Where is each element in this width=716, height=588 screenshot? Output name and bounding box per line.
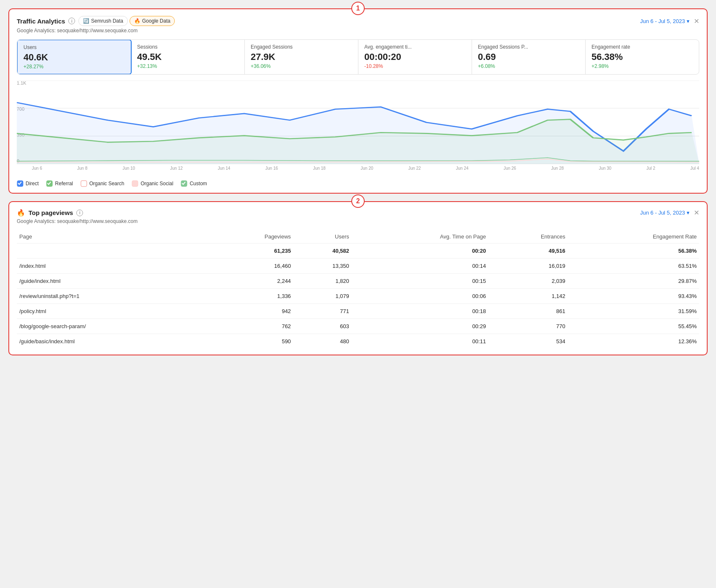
- totals-pageviews: 61,235: [209, 243, 293, 259]
- row1-pageviews: 2,244: [209, 274, 293, 289]
- row1-page: /guide/index.html: [17, 274, 209, 289]
- x-label-0: Jun 6: [32, 166, 42, 171]
- traffic-analytics-widget: 1 Traffic Analytics i 🔄 Semrush Data 🔥 G…: [8, 8, 708, 194]
- metric-engaged-sessions[interactable]: Engaged Sessions 27.9K +36.06%: [245, 40, 358, 74]
- row3-page: /policy.html: [17, 304, 209, 319]
- widget1-title: Traffic Analytics: [17, 18, 65, 25]
- row1-avg-time: 00:15: [352, 274, 488, 289]
- organic-social-checkbox-icon: [132, 180, 138, 187]
- row5-pageviews: 590: [209, 334, 293, 349]
- metric-avg-engagement-change: -10.28%: [364, 63, 466, 69]
- row2-engagement-rate: 93.43%: [568, 289, 699, 304]
- direct-checkbox-icon: [17, 180, 23, 187]
- custom-checkbox-icon: [181, 180, 187, 187]
- legend-direct-label: Direct: [26, 181, 39, 187]
- row4-pageviews: 762: [209, 319, 293, 334]
- widget2-close-icon[interactable]: ✕: [694, 209, 699, 217]
- table-row[interactable]: /review/uninstall.php?t=1 1,336 1,079 00…: [17, 289, 699, 304]
- metric-er-value: 56.38%: [591, 52, 693, 62]
- widget-badge-2: 2: [351, 194, 365, 208]
- google-label: Google Data: [142, 18, 170, 24]
- widget2-header: 🔥 Top pageviews i Jun 6 - Jul 5, 2023 ▾ …: [17, 209, 699, 217]
- x-label-12: Jun 30: [599, 166, 611, 171]
- legend-referral[interactable]: Referral: [46, 180, 73, 187]
- widget1-close-icon[interactable]: ✕: [694, 17, 699, 25]
- widget2-title: Top pageviews: [29, 209, 73, 216]
- chart-svg-container: [17, 80, 699, 164]
- metric-sessions-value: 49.5K: [137, 52, 239, 62]
- semrush-toggle[interactable]: 🔄 Semrush Data: [78, 16, 128, 26]
- row5-users: 480: [293, 334, 352, 349]
- x-label-5: Jun 16: [265, 166, 278, 171]
- legend-organic-search[interactable]: Organic Search: [80, 180, 124, 187]
- row2-users: 1,079: [293, 289, 352, 304]
- chevron-down-icon: ▾: [687, 18, 690, 24]
- row2-avg-time: 00:06: [352, 289, 488, 304]
- row3-pageviews: 942: [209, 304, 293, 319]
- table-row[interactable]: /guide/index.html 2,244 1,820 00:15 2,03…: [17, 274, 699, 289]
- metric-avg-engagement-label: Avg. engagement ti...: [364, 44, 466, 50]
- metric-avg-engagement[interactable]: Avg. engagement ti... 00:00:20 -10.28%: [358, 40, 472, 74]
- row0-users: 13,350: [293, 259, 352, 274]
- widget1-header: Traffic Analytics i 🔄 Semrush Data 🔥 Goo…: [17, 16, 699, 26]
- legend-direct[interactable]: Direct: [17, 180, 39, 187]
- top-pageviews-widget: 2 🔥 Top pageviews i Jun 6 - Jul 5, 2023 …: [8, 201, 708, 355]
- col-entrances: Entrances: [488, 230, 568, 243]
- referral-checkbox-icon: [46, 180, 53, 187]
- table-totals-row: 61,235 40,582 00:20 49,516 56.38%: [17, 243, 699, 259]
- x-label-9: Jun 24: [456, 166, 469, 171]
- widget2-date-range-text: Jun 6 - Jul 5, 2023: [640, 210, 685, 216]
- x-label-2: Jun 10: [122, 166, 135, 171]
- table-row[interactable]: /policy.html 942 771 00:18 861 31.59%: [17, 304, 699, 319]
- x-label-3: Jun 12: [170, 166, 183, 171]
- totals-entrances: 49,516: [488, 243, 568, 259]
- table-header-row: Page Pageviews Users Avg. Time on Page E…: [17, 230, 699, 243]
- row0-entrances: 16,019: [488, 259, 568, 274]
- col-page: Page: [17, 230, 209, 243]
- table-row[interactable]: /guide/basic/index.html 590 480 00:11 53…: [17, 334, 699, 349]
- x-label-14: Jul 4: [690, 166, 699, 171]
- row3-engagement-rate: 31.59%: [568, 304, 699, 319]
- legend-referral-label: Referral: [55, 181, 73, 187]
- x-label-7: Jun 20: [361, 166, 373, 171]
- row2-entrances: 1,142: [488, 289, 568, 304]
- metric-engagement-rate[interactable]: Engagement rate 56.38% +2.98%: [586, 40, 699, 74]
- row5-avg-time: 00:11: [352, 334, 488, 349]
- row4-entrances: 770: [488, 319, 568, 334]
- row3-users: 771: [293, 304, 352, 319]
- legend-custom-label: Custom: [189, 181, 207, 187]
- table-row[interactable]: /blog/google-search-param/ 762 603 00:29…: [17, 319, 699, 334]
- x-axis-labels: Jun 6 Jun 8 Jun 10 Jun 12 Jun 14 Jun 16 …: [32, 166, 699, 171]
- row4-users: 603: [293, 319, 352, 334]
- x-label-13: Jul 2: [646, 166, 655, 171]
- table-row[interactable]: /index.html 16,460 13,350 00:14 16,019 6…: [17, 259, 699, 274]
- metric-avg-engagement-value: 00:00:20: [364, 52, 466, 62]
- metric-er-change: +2.98%: [591, 63, 693, 69]
- widget2-date-range[interactable]: Jun 6 - Jul 5, 2023 ▾: [640, 210, 690, 216]
- row1-users: 1,820: [293, 274, 352, 289]
- fire-icon-toggle: 🔥: [134, 18, 140, 24]
- metric-engaged-per-session[interactable]: Engaged Sessions P... 0.69 +6.08%: [472, 40, 586, 74]
- row0-engagement-rate: 63.51%: [568, 259, 699, 274]
- col-avg-time: Avg. Time on Page: [352, 230, 488, 243]
- x-label-1: Jun 8: [77, 166, 87, 171]
- row3-entrances: 861: [488, 304, 568, 319]
- row5-engagement-rate: 12.36%: [568, 334, 699, 349]
- metric-users-value: 40.6K: [23, 52, 125, 63]
- legend-organic-social[interactable]: Organic Social: [132, 180, 173, 187]
- row2-page: /review/uninstall.php?t=1: [17, 289, 209, 304]
- widget1-subtitle: Google Analytics: seoquake/http://www.se…: [17, 28, 699, 34]
- google-toggle[interactable]: 🔥 Google Data: [130, 16, 175, 26]
- widget2-subtitle: Google Analytics: seoquake/http://www.se…: [17, 218, 699, 224]
- widget1-date-range[interactable]: Jun 6 - Jul 5, 2023 ▾: [640, 18, 690, 24]
- info-icon-2[interactable]: i: [76, 210, 83, 216]
- metric-users[interactable]: Users 40.6K +28.27%: [17, 39, 132, 75]
- info-icon-1[interactable]: i: [68, 18, 75, 24]
- metric-eps-label: Engaged Sessions P...: [478, 44, 579, 50]
- semrush-label: Semrush Data: [91, 18, 123, 24]
- chart-area: 1.1K 700 350 0: [17, 80, 699, 177]
- x-label-11: Jun 28: [551, 166, 564, 171]
- row5-page: /guide/basic/index.html: [17, 334, 209, 349]
- metric-sessions[interactable]: Sessions 49.5K +32.13%: [131, 40, 245, 74]
- legend-custom[interactable]: Custom: [181, 180, 207, 187]
